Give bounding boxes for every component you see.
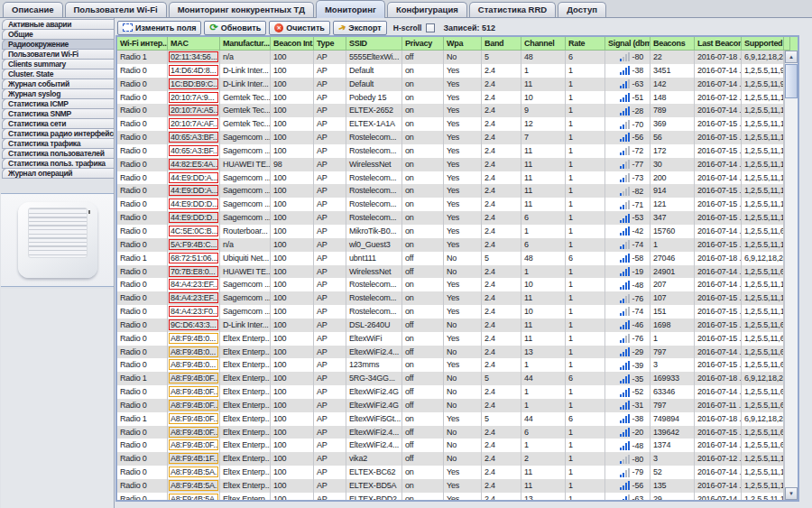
table-row[interactable]: Radio 0A8:F9:4B:0...Eltex Enterp...100AP… — [117, 332, 784, 346]
cell-wifi: Radio 0 — [117, 385, 168, 399]
cell-last_beacon: 2016-07-15 ... — [695, 238, 742, 252]
cell-beacons: 200 — [651, 171, 695, 185]
table-row[interactable]: Radio 070:7B:E8:0...HUAWEI TE...100APWir… — [117, 265, 784, 279]
table-row[interactable]: Radio 01C:BD:B9:C...D-Link Inter...100AP… — [117, 78, 784, 91]
table-row[interactable]: Radio 020:10:7A:AF...Gemtek Tec...100APE… — [117, 117, 784, 131]
column-header-1[interactable]: Wi-Fi интер... — [117, 37, 168, 51]
table-row[interactable]: Radio 05A:F9:4B:C...n/a100APwl0_Guest3on… — [117, 238, 784, 252]
signal-strength-icon — [620, 187, 630, 196]
table-row[interactable]: Radio 044:E9:DD:D...Sagemcom ...100APRos… — [117, 198, 784, 211]
table-row[interactable]: Radio 084:A4:23:EF...Sagemcom ...100APRo… — [117, 291, 784, 305]
column-header-10[interactable]: Channel — [521, 37, 566, 51]
table-row[interactable]: Radio 0A8:F9:4B:0F...Eltex Enterp...100A… — [117, 385, 784, 399]
cell-wpa: Yes — [444, 144, 482, 158]
table-row[interactable]: Radio 084:A4:23:F0...Sagemcom ...100APRo… — [117, 305, 784, 319]
table-row[interactable]: Radio 0A8:F9:4B:5A...Eltex Enterp...100A… — [117, 493, 784, 500]
table-row[interactable]: Radio 09C:D6:43:3...D-Link Inter...100AP… — [117, 319, 784, 332]
table-row[interactable]: Radio 1A8:F9:4B:0F...Eltex Enterp...100A… — [117, 412, 784, 426]
table-row[interactable]: Radio 168:72:51:06...Ubiquiti Net...100A… — [117, 252, 784, 265]
table-row[interactable]: Radio 0A8:F9:4B:5A...Eltex Enterp...100A… — [117, 479, 784, 493]
cell-channel: 6 — [521, 211, 566, 225]
signal-value: -51 — [632, 91, 643, 104]
table-row[interactable]: Radio 040:65:A3:BF...Sagemcom ...100APRo… — [117, 131, 784, 144]
tab-4[interactable]: Мониторинг — [316, 0, 385, 18]
table-row[interactable]: Radio 0A8:F9:4B:0...Eltex Enterp...100AP… — [117, 346, 784, 359]
table-row[interactable]: Radio 044:E9:DD:A...Sagemcom ...100APRos… — [117, 171, 784, 185]
scroll-down-icon[interactable]: ▼ — [785, 487, 798, 500]
column-header-5[interactable]: Type — [314, 37, 346, 51]
column-header-12[interactable]: Signal (dbm) — [605, 37, 651, 51]
sidebar-item-14[interactable]: Статистика пользователей — [2, 148, 114, 159]
tab-6[interactable]: Статистика RRD — [469, 2, 556, 17]
tab-1[interactable]: Описание — [3, 2, 63, 17]
hscroll-checkbox[interactable] — [426, 23, 435, 32]
column-header-4[interactable]: Beacon Int. — [271, 37, 314, 51]
table-row[interactable]: Radio 0A8:F9:4B:0F...Eltex Enterp...100A… — [117, 399, 784, 412]
table-row[interactable]: Radio 0A8:F9:4B:5A...Eltex Enterp...100A… — [117, 466, 784, 479]
cell-supported: 1,2,5.5,11,6,... — [742, 265, 784, 279]
cell-band: 2.4 — [482, 278, 521, 291]
table-row[interactable]: Radio 044:82:E5:4A...HUAWEI TE...98APWir… — [117, 158, 784, 171]
cell-beacons: 789 — [651, 104, 695, 117]
table-row[interactable]: Radio 040:65:A3:BF...Sagemcom ...100APRo… — [117, 144, 784, 158]
cell-signal: -29 — [605, 346, 651, 359]
table-row[interactable]: Radio 0A8:F9:4B:0F...Eltex Enterp...100A… — [117, 439, 784, 452]
column-header-2[interactable]: MAC — [168, 37, 220, 51]
table-row[interactable]: Radio 014:D6:4D:8...D-Link Inter...100AP… — [117, 64, 784, 78]
column-header-7[interactable]: Privacy — [402, 37, 444, 51]
table-row[interactable]: Radio 020:10:7A:9...Gemtek Tec...100APPo… — [117, 91, 784, 105]
column-header-6[interactable]: SSID — [346, 37, 402, 51]
cell-beacons: 797 — [651, 399, 695, 412]
cell-type: AP — [314, 319, 346, 332]
cell-type: AP — [314, 144, 346, 158]
signal-value: -48 — [632, 439, 643, 452]
column-header-15[interactable]: Supported ... — [742, 37, 784, 51]
table-row[interactable]: Radio 0A8:F9:4B:0F...Eltex Enterp...100A… — [117, 426, 784, 439]
scrollbar-thumb[interactable] — [785, 64, 798, 98]
sidebar-item-15[interactable]: Статистика польз. трафика — [2, 158, 114, 169]
column-header-8[interactable]: Wpa — [444, 37, 482, 51]
toolbar: Изменить поля⟳Обновить✕Очистить➔Экспорт … — [117, 20, 810, 35]
cell-channel: 1 — [521, 225, 566, 238]
table-row[interactable]: Radio 084:A4:23:EF...Sagemcom ...100APRo… — [117, 278, 784, 291]
table-row[interactable]: Radio 0A8:F9:4B:0...Eltex Enterp...100AP… — [117, 358, 784, 372]
vertical-scrollbar[interactable]: ▲ ▼ — [784, 51, 798, 500]
table-row[interactable]: Radio 04C:5E:0C:B...Routerboar...100APMi… — [117, 225, 784, 238]
cell-mac: A8:F9:4B:0F... — [168, 439, 220, 452]
table-row[interactable]: Radio 1A8:F9:4B:0F...Eltex Enterp...100A… — [117, 372, 784, 385]
tab-3[interactable]: Мониторинг конкурентных ТД — [169, 2, 314, 17]
cell-last_beacon: 2016-07-15 ... — [695, 319, 742, 332]
cell-type: AP — [314, 78, 346, 91]
sidebar-item-12[interactable]: Статистика радио интерфейсов — [2, 128, 114, 139]
table-row[interactable]: Radio 0A8:F9:4B:1F...Eltex Enterp...100A… — [117, 452, 784, 466]
table-row[interactable]: Radio 020:10:7A:A5...Gemtek Tec...100APE… — [117, 104, 784, 117]
cell-manufacturer: Eltex Enterp... — [220, 332, 271, 346]
toolbar-button-4[interactable]: ➔Экспорт — [333, 21, 387, 35]
column-header-14[interactable]: Last Beacon — [695, 37, 742, 51]
cell-privacy: on — [402, 412, 444, 426]
toolbar-button-2[interactable]: ⟳Обновить — [204, 21, 266, 35]
cell-wifi: Radio 0 — [117, 78, 168, 91]
table-row[interactable]: Radio 044:E9:DD:D...Sagemcom ...100APRos… — [117, 211, 784, 225]
tab-5[interactable]: Конфигурация — [387, 2, 467, 17]
scroll-up-icon[interactable]: ▲ — [785, 51, 798, 63]
cell-band: 2.4 — [482, 158, 521, 171]
cell-supported: 1,2,5.5,11,6,... — [742, 439, 784, 452]
cell-channel: 1 — [521, 358, 566, 372]
column-header-3[interactable]: Manufactur... — [220, 37, 271, 51]
cell-type: AP — [314, 372, 346, 385]
table-row[interactable]: Radio 044:E9:DD:A...Sagemcom ...100APRos… — [117, 184, 784, 198]
cell-last_beacon: 2016-07-12 ... — [695, 91, 742, 105]
tab-2[interactable]: Пользователи Wi-Fi — [65, 2, 167, 17]
column-header-9[interactable]: Band — [482, 37, 521, 51]
cell-privacy: on — [402, 171, 444, 185]
column-header-11[interactable]: Rate — [566, 37, 605, 51]
toolbar-button-1[interactable]: Изменить поля — [117, 21, 201, 35]
cell-supported: 6,9,12,18,24... — [742, 372, 784, 385]
column-header-13[interactable]: Beacons — [651, 37, 695, 51]
table-row[interactable]: Radio 102:11:34:56...n/a100AP5555EltexWi… — [117, 51, 784, 64]
cell-mac: A8:F9:4B:5A... — [168, 493, 220, 500]
tab-7[interactable]: Доступ — [558, 2, 606, 17]
toolbar-button-3[interactable]: ✕Очистить — [269, 21, 330, 35]
sidebar-item-16[interactable]: Журнал операций — [2, 168, 114, 179]
